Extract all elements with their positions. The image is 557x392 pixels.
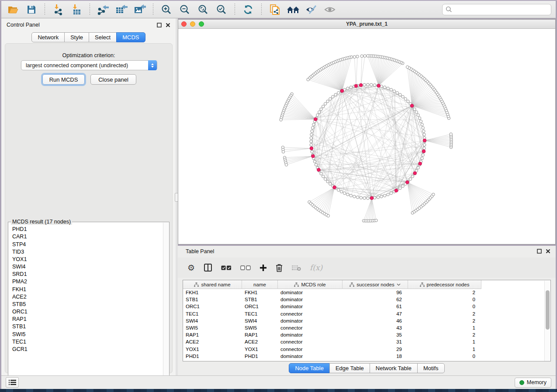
graph-node[interactable] xyxy=(363,197,366,199)
graph-node[interactable] xyxy=(360,196,362,199)
first-neighbors-icon[interactable] xyxy=(286,3,301,17)
mcds-hub-node[interactable] xyxy=(370,196,374,200)
table-cell[interactable]: 43 xyxy=(343,324,408,331)
column-header-successor-nodes[interactable]: successor nodes xyxy=(343,280,408,289)
graph-node[interactable] xyxy=(421,157,423,159)
graph-node[interactable] xyxy=(356,196,359,199)
table-cell[interactable]: 46 xyxy=(343,317,408,324)
import-table-icon[interactable] xyxy=(69,3,84,17)
graph-node[interactable] xyxy=(315,163,317,166)
table-cell[interactable]: 2 xyxy=(408,310,481,317)
table-cell[interactable]: 0 xyxy=(408,303,481,310)
close-panel-icon[interactable] xyxy=(166,23,170,28)
graph-node[interactable] xyxy=(363,83,366,86)
mcds-hub-node[interactable] xyxy=(406,181,409,184)
tab-style[interactable]: Style xyxy=(64,32,89,42)
graph-node[interactable] xyxy=(353,55,356,58)
graph-node[interactable] xyxy=(415,111,418,113)
mcds-hub-node[interactable] xyxy=(394,189,398,193)
table-row[interactable]: YOX1YOX1connector291 xyxy=(183,346,481,353)
result-list-item[interactable]: ACE2 xyxy=(9,293,163,301)
mcds-hub-node[interactable] xyxy=(377,84,381,88)
mcds-hub-node[interactable] xyxy=(423,139,426,142)
graph-node[interactable] xyxy=(320,108,322,110)
table-cell[interactable]: dominator xyxy=(278,353,343,360)
graph-node[interactable] xyxy=(367,55,369,57)
graph-node[interactable] xyxy=(353,195,356,198)
table-cell[interactable]: PHD1 xyxy=(242,353,278,360)
graph-node[interactable] xyxy=(337,92,340,94)
table-cell[interactable]: 96 xyxy=(343,289,408,296)
graph-node[interactable] xyxy=(280,118,282,121)
graph-node[interactable] xyxy=(401,95,404,98)
graph-node[interactable] xyxy=(360,55,363,57)
result-list-item[interactable]: SWI4 xyxy=(9,263,163,271)
graph-node[interactable] xyxy=(450,133,452,135)
table-cell[interactable]: connector xyxy=(278,310,343,317)
table-cell[interactable]: 31 xyxy=(343,338,408,345)
graph-node[interactable] xyxy=(320,172,322,175)
column-header-MCDS-role[interactable]: MCDS role xyxy=(278,280,343,289)
search-input[interactable] xyxy=(454,7,548,13)
save-session-icon[interactable] xyxy=(24,3,39,17)
result-list-item[interactable]: STB5 xyxy=(9,301,163,308)
table-cell[interactable]: ORC1 xyxy=(183,303,242,310)
table-row[interactable]: STB1STB1dominator620 xyxy=(183,296,481,303)
graph-node[interactable] xyxy=(375,219,377,222)
graph-node[interactable] xyxy=(324,178,326,180)
graph-node[interactable] xyxy=(334,93,337,96)
tab-network-table[interactable]: Network Table xyxy=(370,363,418,373)
open-file-icon[interactable] xyxy=(6,3,21,17)
graph-node[interactable] xyxy=(349,194,352,197)
run-mcds-button[interactable]: Run MCDS xyxy=(42,74,85,85)
graph-node[interactable] xyxy=(346,87,349,89)
table-cell[interactable]: TEC1 xyxy=(242,310,278,317)
result-list-item[interactable]: STP4 xyxy=(9,241,163,248)
tab-edge-table[interactable]: Edge Table xyxy=(329,363,370,373)
table-cell[interactable]: 1 xyxy=(408,346,481,353)
table-cell[interactable]: 35 xyxy=(343,331,408,338)
graph-node[interactable] xyxy=(422,130,425,132)
result-list-item[interactable]: TID3 xyxy=(9,248,163,256)
graph-node[interactable] xyxy=(390,88,392,91)
table-row[interactable]: PHD1PHD1dominator180 xyxy=(183,353,481,360)
column-header-predecessor-nodes[interactable]: predecessor nodes xyxy=(408,280,481,289)
result-list-item[interactable]: PHD1 xyxy=(9,226,163,233)
graph-node[interactable] xyxy=(356,55,359,58)
result-scrollbar[interactable] xyxy=(163,223,169,379)
table-row[interactable]: SWI4SWI4dominator462 xyxy=(183,317,481,324)
table-settings-gear-icon[interactable]: ⚙ xyxy=(187,264,195,272)
table-row[interactable]: TEC1TEC1connector472 xyxy=(183,310,481,317)
result-list-item[interactable]: FKH1 xyxy=(9,285,163,293)
table-cell[interactable]: TEC1 xyxy=(183,310,242,317)
graph-node[interactable] xyxy=(307,78,309,81)
result-list-item[interactable]: GCR1 xyxy=(9,346,163,353)
graph-node[interactable] xyxy=(310,144,312,146)
graph-node[interactable] xyxy=(310,133,313,136)
graph-node[interactable] xyxy=(370,83,373,86)
result-list-item[interactable]: RAP1 xyxy=(9,316,163,323)
zoom-out-icon[interactable] xyxy=(177,3,192,17)
table-cell[interactable]: 2 xyxy=(408,289,481,296)
graph-node[interactable] xyxy=(413,108,416,110)
network-graph[interactable] xyxy=(178,29,555,244)
graph-node[interactable] xyxy=(387,193,389,196)
graph-node[interactable] xyxy=(423,133,426,136)
graph-node[interactable] xyxy=(340,190,343,193)
mcds-hub-node[interactable] xyxy=(333,186,336,189)
show-all-icon[interactable] xyxy=(322,3,337,17)
hide-selected-icon[interactable] xyxy=(304,3,319,17)
graph-node[interactable] xyxy=(419,120,422,123)
graph-node[interactable] xyxy=(432,193,435,196)
export-network-icon[interactable] xyxy=(96,3,111,17)
result-list-item[interactable]: CAR1 xyxy=(9,233,163,241)
graph-node[interactable] xyxy=(373,196,376,199)
graph-node[interactable] xyxy=(349,86,352,89)
graph-node[interactable] xyxy=(401,185,404,187)
zoom-in-icon[interactable] xyxy=(159,3,174,17)
refresh-view-icon[interactable] xyxy=(241,3,256,17)
show-panels-button[interactable] xyxy=(6,377,19,388)
table-cell[interactable]: ORC1 xyxy=(242,303,278,310)
close-panel-icon[interactable] xyxy=(546,249,550,254)
delete-column-icon[interactable] xyxy=(276,264,283,272)
